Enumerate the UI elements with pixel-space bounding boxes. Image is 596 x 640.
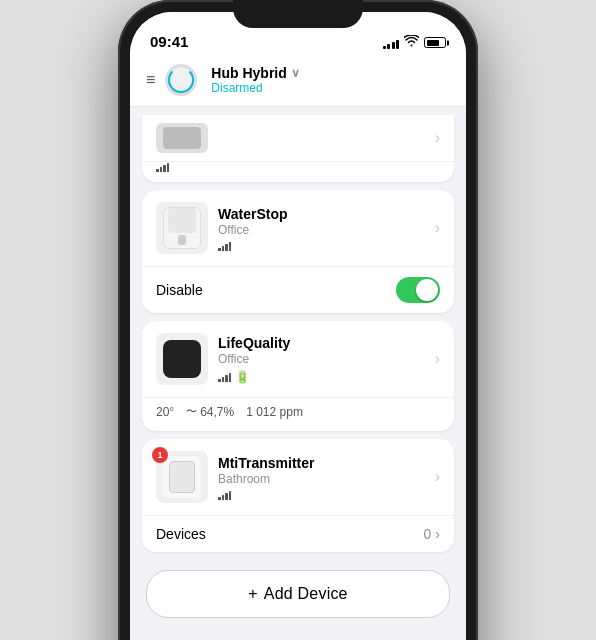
hub-name[interactable]: Hub Hybrid ∨ (211, 65, 299, 81)
device-info-mti: MtiTransmitter Bathroom (208, 455, 435, 500)
stat-humidity: 〜 64,7% (186, 404, 234, 419)
hub-avatar-inner (168, 67, 194, 93)
device-image-lifequality (156, 333, 208, 385)
device-badge-mti: 1 (152, 447, 168, 463)
stat-temperature: 20° (156, 405, 174, 419)
device-signal-waterstop (218, 241, 425, 251)
add-device-container: + Add Device (130, 560, 466, 626)
phone-frame: 09:41 (118, 0, 478, 640)
device-row-mti[interactable]: 1 MtiTransmitter Bathroom (142, 439, 454, 515)
signal-bars-waterstop (218, 241, 231, 251)
devices-sub-row-mti[interactable]: Devices 0 › (142, 515, 454, 552)
device-row-waterstop[interactable]: WaterStop Office › (142, 190, 454, 266)
hub-chevron-icon: ∨ (291, 66, 300, 80)
device-name-mti: MtiTransmitter (218, 455, 425, 471)
device-image-waterstop (156, 202, 208, 254)
co2-value: 1 012 ppm (246, 405, 303, 419)
device-image-mti: 1 (156, 451, 208, 503)
device-info-lifequality: LifeQuality Office 🔋 (208, 335, 435, 384)
signal-bar-3 (392, 42, 395, 49)
battery-fill (427, 40, 440, 46)
menu-icon[interactable]: ≡ (146, 71, 155, 89)
hub-status: Disarmed (211, 81, 299, 95)
humidity-value: 64,7% (200, 405, 234, 419)
battery-indicator-lifequality: 🔋 (235, 370, 250, 384)
device-image-partial (156, 123, 208, 153)
add-device-button[interactable]: + Add Device (146, 570, 450, 618)
device-info-waterstop: WaterStop Office (208, 206, 435, 251)
toggle-waterstop[interactable] (396, 277, 440, 303)
notch (233, 0, 363, 28)
device-signal-lifequality: 🔋 (218, 370, 425, 384)
hub-avatar (165, 64, 197, 96)
device-row-lifequality[interactable]: LifeQuality Office 🔋 › (142, 321, 454, 397)
disable-label-waterstop: Disable (156, 282, 203, 298)
battery-icon (424, 37, 446, 48)
devices-count-area: 0 › (424, 526, 440, 542)
status-time: 09:41 (150, 33, 188, 50)
chevron-icon-lifequality: › (435, 350, 440, 368)
signal-bars-mti (218, 490, 231, 500)
wifi-icon (404, 35, 419, 50)
add-device-label: Add Device (264, 585, 348, 603)
signal-bar-1 (383, 46, 386, 49)
device-location-mti: Bathroom (218, 472, 425, 486)
signal-icon (156, 162, 169, 172)
device-location-lifequality: Office (218, 352, 425, 366)
signal-bars-icon (383, 37, 400, 49)
chevron-icon-mti: › (435, 468, 440, 486)
device-location-waterstop: Office (218, 223, 425, 237)
phone-screen: 09:41 (130, 12, 466, 640)
devices-sub-label: Devices (156, 526, 206, 542)
hub-info: Hub Hybrid ∨ Disarmed (211, 65, 299, 95)
signal-bars-lifequality (218, 372, 231, 382)
signal-bar-4 (396, 40, 399, 49)
device-card-lifequality[interactable]: LifeQuality Office 🔋 › (142, 321, 454, 431)
device-row-partial: › (142, 115, 454, 161)
stats-row-lifequality: 20° 〜 64,7% 1 012 ppm (142, 397, 454, 431)
add-device-plus-icon: + (248, 585, 258, 603)
chevron-icon: › (435, 129, 440, 147)
disable-row-waterstop: Disable (142, 266, 454, 313)
chevron-icon-waterstop: › (435, 219, 440, 237)
device-card-waterstop[interactable]: WaterStop Office › (142, 190, 454, 313)
stat-co2: 1 012 ppm (246, 405, 303, 419)
device-name-lifequality: LifeQuality (218, 335, 425, 351)
device-card-mti[interactable]: 1 MtiTransmitter Bathroom (142, 439, 454, 552)
device-card-partial[interactable]: › (142, 115, 454, 182)
signal-bar-2 (387, 44, 390, 49)
devices-chevron-icon: › (435, 526, 440, 542)
device-list[interactable]: › (130, 107, 466, 640)
app-header: ≡ Hub Hybrid ∨ Disarmed (130, 56, 466, 107)
device-signal-mti (218, 490, 425, 500)
temperature-value: 20° (156, 405, 174, 419)
devices-count: 0 (424, 526, 432, 542)
status-icons (383, 35, 447, 50)
device-name-waterstop: WaterStop (218, 206, 425, 222)
